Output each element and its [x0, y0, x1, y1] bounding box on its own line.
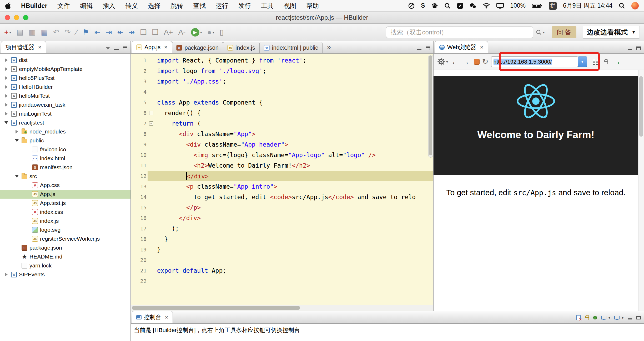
maximize-panel-icon[interactable] [426, 47, 430, 50]
menubar-app-name[interactable]: HBuilder [21, 2, 47, 9]
lock-icon[interactable] [604, 61, 608, 64]
search-options-button[interactable]: ▾ [536, 29, 545, 35]
tree-item[interactable]: #App.css [0, 181, 130, 190]
tree-item[interactable]: AhelloMuiTest [0, 91, 130, 100]
display-icon[interactable] [496, 3, 504, 9]
tree-item[interactable]: logo.svg [0, 225, 130, 234]
scroll-lock-icon[interactable] [585, 317, 589, 320]
bookmark-icon[interactable]: ⚑ [82, 29, 89, 36]
undo-icon[interactable]: ↶ [53, 29, 59, 36]
input-method-icon[interactable]: 拼 [549, 2, 557, 10]
code-line[interactable]: 4 [131, 87, 433, 97]
tree-disclosure-icon[interactable] [4, 85, 9, 89]
editor-tab[interactable]: JSindex.js [223, 42, 260, 53]
tab-project-manager[interactable]: 项目管理器 ✕ [1, 41, 46, 53]
tree-item[interactable]: Wdist [0, 56, 130, 65]
next-bookmark-icon[interactable]: ⇥ [106, 29, 112, 36]
menubar-clock[interactable]: 6月9日 周五 14:44 [563, 2, 612, 10]
comment-icon[interactable]: ❏ [140, 29, 147, 36]
editor-horizontal-scrollbar[interactable] [131, 305, 433, 311]
menu-item[interactable]: 发行 [238, 2, 251, 10]
browser-settings-icon[interactable] [437, 58, 445, 66]
tree-item[interactable]: AmuiLoginTest [0, 109, 130, 118]
mode-dropdown-button[interactable]: 边改边看模式▼ [583, 26, 640, 39]
close-icon[interactable]: ✕ [165, 315, 168, 320]
code-line[interactable]: 15 </p> [131, 202, 433, 213]
code-line[interactable]: 14 To get started, edit <code>src/App.js… [131, 192, 433, 202]
menu-item[interactable]: 转义 [125, 2, 138, 10]
fold-icon[interactable]: − [149, 111, 153, 115]
tree-disclosure-icon[interactable] [14, 130, 19, 133]
code-line[interactable]: 10 <img src={logo} className="App-logo" … [131, 150, 433, 160]
qr-code-icon[interactable] [593, 59, 598, 65]
tree-item[interactable]: JSregisterServiceWorker.js [0, 234, 130, 243]
menu-item[interactable]: 运行 [216, 2, 228, 10]
tree-item[interactable]: public [0, 136, 130, 145]
maximize-panel-icon[interactable] [636, 316, 641, 319]
code-line[interactable]: 20 [131, 255, 433, 265]
menu-item[interactable]: 插入 [103, 2, 115, 10]
code-line[interactable]: 9 <div className="App-header"> [131, 139, 433, 150]
tree-item[interactable]: ★README.md [0, 252, 130, 261]
do-not-disturb-icon[interactable] [408, 3, 415, 9]
code-line[interactable]: 16 </div> [131, 213, 433, 223]
code-line[interactable]: 5class App extends Component { [131, 97, 433, 108]
menu-item[interactable]: 编辑 [80, 2, 93, 10]
font-increase-icon[interactable]: A+ [164, 29, 173, 36]
menu-item[interactable]: 选择 [148, 2, 160, 10]
menu-item[interactable]: 视图 [284, 2, 296, 10]
spotlight-icon[interactable] [619, 3, 625, 9]
browser-refresh-button[interactable]: ↻ [482, 57, 488, 66]
maximize-panel-icon[interactable] [636, 47, 641, 50]
menu-item[interactable]: 跳转 [170, 2, 183, 10]
quick-search-icon[interactable] [444, 3, 451, 9]
tree-item[interactable]: Whello5PlusTest [0, 74, 130, 82]
chevron-down-icon[interactable]: ▾ [622, 316, 623, 320]
tree-item[interactable]: AemptyMobileAppTemplate [0, 65, 130, 74]
tree-item[interactable]: JSApp.test.js [0, 199, 130, 208]
format-icon[interactable]: ∕ [76, 29, 77, 36]
tree-item[interactable]: WSIPEvents [0, 270, 130, 279]
code-line[interactable]: 8 <div className="App"> [131, 129, 433, 139]
code-line[interactable]: 17 ); [131, 223, 433, 234]
display-console-icon[interactable] [601, 316, 606, 319]
wifi-icon[interactable] [483, 3, 490, 9]
tab-console[interactable]: 控制台 ✕ [132, 311, 173, 323]
tree-disclosure-icon[interactable] [4, 67, 9, 71]
code-line[interactable]: 1import React, { Component } from 'react… [131, 55, 433, 66]
code-line[interactable]: 6− render() { [131, 108, 433, 118]
menu-item[interactable]: 文件 [57, 2, 70, 10]
browser-back-button[interactable]: ← [451, 57, 459, 66]
tree-item[interactable]: favicon.ico [0, 145, 130, 154]
notes-icon[interactable] [457, 3, 463, 9]
qa-button[interactable]: 问 答 [552, 26, 577, 38]
tree-item[interactable]: JSApp.js [0, 190, 130, 199]
maximize-panel-icon[interactable] [123, 47, 127, 50]
code-line[interactable]: 12 </div> [131, 171, 433, 181]
minimize-panel-icon[interactable] [628, 47, 632, 50]
tree-item[interactable]: Wreactjstest [0, 118, 130, 127]
url-dropdown-button[interactable]: ▾ [578, 56, 587, 67]
code-line[interactable]: 13 <p className="App-intro"> [131, 181, 433, 192]
user-avatar[interactable] [631, 2, 639, 9]
tree-item[interactable]: #index.css [0, 208, 130, 216]
tree-item[interactable]: JSindex.js [0, 216, 130, 225]
tree-disclosure-icon[interactable] [4, 94, 9, 98]
search-input[interactable] [386, 27, 533, 38]
tree-item[interactable]: node_modules [0, 127, 130, 136]
tree-disclosure-icon[interactable] [4, 112, 9, 116]
wechat-icon[interactable] [470, 3, 476, 9]
close-icon[interactable]: ✕ [38, 45, 42, 50]
code-line[interactable]: 2import logo from './logo.svg'; [131, 66, 433, 76]
save-all-icon[interactable]: ▥ [29, 29, 36, 36]
apple-logo-icon[interactable] [5, 2, 11, 9]
tree-disclosure-icon[interactable] [4, 58, 9, 62]
save-icon[interactable]: ▤ [16, 29, 23, 36]
tree-item[interactable]: Wjiandaoweixin_task [0, 100, 130, 109]
tree-item[interactable]: WHelloHBuilder [0, 82, 130, 91]
tree-disclosure-icon[interactable] [4, 121, 9, 124]
save-layout-icon[interactable]: ▦ [41, 29, 48, 36]
browser-forward-button[interactable]: → [462, 57, 470, 66]
snippet-icon[interactable]: ❒ [152, 29, 159, 36]
code-line[interactable]: 7− return ( [131, 118, 433, 129]
